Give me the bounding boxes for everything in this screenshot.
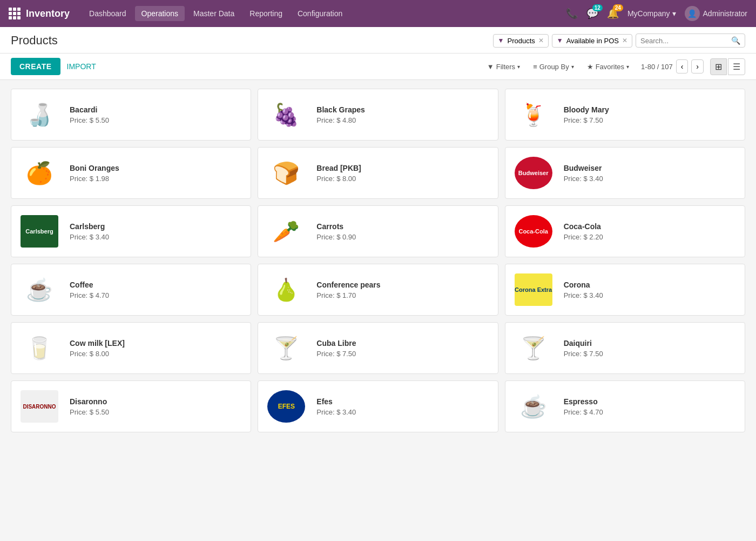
product-image: DISARONNO <box>18 388 61 425</box>
product-price: Price: $ 3.40 <box>564 291 738 299</box>
nav-operations[interactable]: Operations <box>135 6 185 21</box>
favorites-arrow: ▾ <box>626 64 629 70</box>
product-card[interactable]: 🍸 Cuba Libre Price: $ 7.50 <box>258 322 498 374</box>
company-selector[interactable]: MyCompany ▾ <box>627 9 676 18</box>
pagination-text: 1-80 / 107 <box>641 63 673 71</box>
product-info: Conference pears Price: $ 1.70 <box>316 280 491 299</box>
product-price: Price: $ 5.50 <box>70 408 244 416</box>
search-input[interactable] <box>640 37 731 45</box>
chevron-down-icon: ▾ <box>672 9 676 18</box>
groupby-label: Group By <box>539 63 569 71</box>
product-image: Coca-Cola <box>512 212 555 250</box>
product-image: ☕ <box>18 271 61 309</box>
list-view-button[interactable]: ☰ <box>728 58 745 75</box>
admin-name: Administrator <box>703 9 747 18</box>
product-info: Cuba Libre Price: $ 7.50 <box>316 339 491 358</box>
filter-tag-products-close[interactable]: ✕ <box>538 37 544 44</box>
product-name: Black Grapes <box>316 105 491 114</box>
star-icon: ★ <box>587 63 593 71</box>
product-name: Budweiser <box>564 164 738 172</box>
next-page-button[interactable]: › <box>691 59 704 74</box>
product-image: Budweiser <box>512 154 555 192</box>
product-card[interactable]: 🍹 Bloody Mary Price: $ 7.50 <box>505 89 745 141</box>
grid-view-button[interactable]: ⊞ <box>710 58 727 75</box>
product-card[interactable]: Corona Extra Corona Price: $ 3.40 <box>505 264 745 316</box>
phone-icon[interactable]: 📞 <box>566 8 578 19</box>
nav-links: Dashboard Operations Master Data Reporti… <box>83 6 553 21</box>
prev-page-button[interactable]: ‹ <box>676 59 688 74</box>
nav-configuration[interactable]: Configuration <box>291 6 349 21</box>
search-icon: 🔍 <box>731 36 740 45</box>
product-card[interactable]: 🥕 Carrots Price: $ 0.90 <box>258 205 498 257</box>
app-logo[interactable]: Inventory <box>9 8 70 19</box>
import-button[interactable]: IMPORT <box>67 62 96 71</box>
page-header: Products ▼ Products ✕ ▼ Available in POS… <box>0 27 756 54</box>
view-toggle: ⊞ ☰ <box>710 58 745 75</box>
product-name: Corona <box>564 280 738 289</box>
filter-icon: ▼ <box>487 63 494 71</box>
funnel-icon: ▼ <box>498 37 504 44</box>
product-image: 🥛 <box>18 329 61 367</box>
product-card[interactable]: Coca-Cola Coca-Cola Price: $ 2.20 <box>505 205 745 257</box>
product-card[interactable]: 🍇 Black Grapes Price: $ 4.80 <box>258 89 498 141</box>
filter-tag-products[interactable]: ▼ Products ✕ <box>493 34 549 48</box>
product-card[interactable]: EFES Efes Price: $ 3.40 <box>258 380 498 432</box>
product-image: Carlsberg <box>18 212 61 250</box>
product-info: Espresso Price: $ 4.70 <box>564 397 738 416</box>
product-card[interactable]: 🍸 Daiquiri Price: $ 7.50 <box>505 322 745 374</box>
product-name: Carrots <box>316 222 491 231</box>
groupby-button[interactable]: ≡ Group By ▾ <box>528 61 579 73</box>
filter-tag-pos-close[interactable]: ✕ <box>622 37 627 44</box>
search-box[interactable]: 🔍 <box>636 34 745 48</box>
favorites-button[interactable]: ★ Favorites ▾ <box>582 61 634 73</box>
product-info: Bacardi Price: $ 5.50 <box>70 105 244 124</box>
chat-badge: 12 <box>592 4 603 11</box>
product-image: 🍐 <box>265 271 308 309</box>
product-card[interactable]: Budweiser Budweiser Price: $ 3.40 <box>505 147 745 199</box>
product-card[interactable]: ☕ Coffee Price: $ 4.70 <box>11 264 251 316</box>
notification-icon[interactable]: 🔔 24 <box>607 8 619 19</box>
product-price: Price: $ 7.50 <box>316 350 491 358</box>
filter-tag-pos[interactable]: ▼ Available in POS ✕ <box>552 34 632 48</box>
product-card[interactable]: 🍶 Bacardi Price: $ 5.50 <box>11 89 251 141</box>
funnel-icon-2: ▼ <box>557 37 563 44</box>
nav-master-data[interactable]: Master Data <box>187 6 241 21</box>
product-name: Espresso <box>564 397 738 406</box>
nav-dashboard[interactable]: Dashboard <box>83 6 133 21</box>
nav-right: 📞 💬 12 🔔 24 MyCompany ▾ 👤 Administrator <box>566 6 747 21</box>
nav-reporting[interactable]: Reporting <box>243 6 289 21</box>
product-info: Daiquiri Price: $ 7.50 <box>564 339 738 358</box>
create-button[interactable]: CREATE <box>11 58 60 75</box>
product-price: Price: $ 2.20 <box>564 233 738 241</box>
product-info: Corona Price: $ 3.40 <box>564 280 738 299</box>
top-navigation: Inventory Dashboard Operations Master Da… <box>0 0 756 27</box>
product-card[interactable]: ☕ Espresso Price: $ 4.70 <box>505 380 745 432</box>
product-image: 🍊 <box>18 154 61 192</box>
chat-icon[interactable]: 💬 12 <box>586 8 598 19</box>
groupby-icon: ≡ <box>533 63 537 71</box>
product-card[interactable]: Carlsberg Carlsberg Price: $ 3.40 <box>11 205 251 257</box>
groupby-arrow: ▾ <box>571 64 574 70</box>
product-image: 🍞 <box>265 154 308 192</box>
filter-tag-products-label: Products <box>507 37 535 45</box>
product-info: Efes Price: $ 3.40 <box>316 397 491 416</box>
product-card[interactable]: 🥛 Cow milk [LEX] Price: $ 8.00 <box>11 322 251 374</box>
product-name: Cuba Libre <box>316 339 491 348</box>
product-card[interactable]: 🍞 Bread [PKB] Price: $ 8.00 <box>258 147 498 199</box>
filters-button[interactable]: ▼ Filters ▾ <box>482 61 525 73</box>
product-info: Black Grapes Price: $ 4.80 <box>316 105 491 124</box>
product-name: Efes <box>316 397 491 406</box>
admin-menu[interactable]: 👤 Administrator <box>685 6 747 21</box>
product-image: 🥕 <box>265 212 308 250</box>
product-name: Cow milk [LEX] <box>70 339 244 348</box>
product-image: 🍶 <box>18 96 61 133</box>
product-name: Daiquiri <box>564 339 738 348</box>
product-image: 🍸 <box>265 329 308 367</box>
product-price: Price: $ 3.40 <box>316 408 491 416</box>
product-info: Cow milk [LEX] Price: $ 8.00 <box>70 339 244 358</box>
page-title-row: Products ▼ Products ✕ ▼ Available in POS… <box>11 34 745 48</box>
product-card[interactable]: 🍐 Conference pears Price: $ 1.70 <box>258 264 498 316</box>
product-card[interactable]: 🍊 Boni Oranges Price: $ 1.98 <box>11 147 251 199</box>
product-card[interactable]: DISARONNO Disaronno Price: $ 5.50 <box>11 380 251 432</box>
product-name: Bread [PKB] <box>316 164 491 172</box>
